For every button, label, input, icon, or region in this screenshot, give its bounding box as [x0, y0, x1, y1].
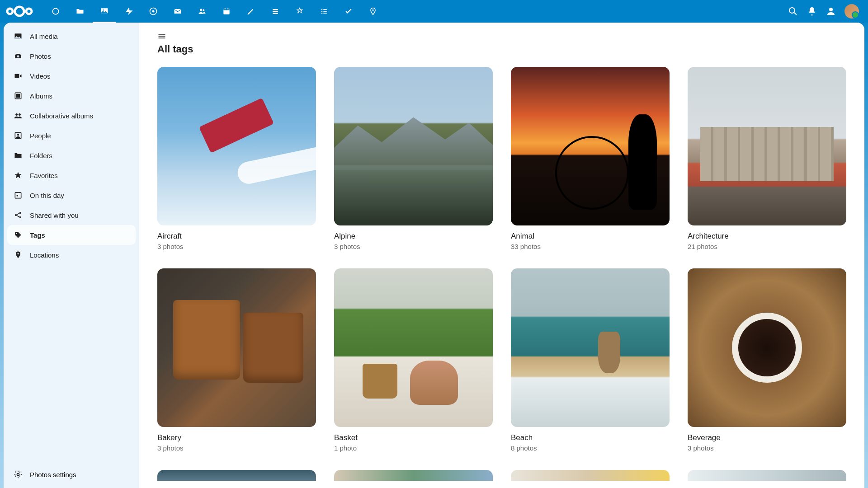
svg-rect-38 — [17, 195, 18, 196]
svg-point-24 — [372, 9, 373, 11]
tag-card-partial[interactable] — [511, 470, 670, 487]
tag-card-beach[interactable]: Beach 8 photos — [511, 268, 670, 452]
svg-point-2 — [26, 9, 32, 14]
sidebar-item-collab-albums[interactable]: Collaborative albums — [7, 106, 136, 126]
svg-rect-47 — [159, 38, 165, 38]
app-mail-icon[interactable] — [166, 0, 189, 23]
sidebar-item-on-this-day[interactable]: On this day — [7, 185, 136, 205]
sidebar-item-photos[interactable]: Photos — [7, 46, 136, 66]
topbar-left-group — [5, 0, 384, 23]
sidebar-item-label: Favorites — [30, 172, 58, 179]
tag-title: Animal — [511, 232, 670, 241]
svg-point-20 — [321, 11, 323, 12]
contacts-menu-icon[interactable] — [826, 6, 836, 17]
app-tasks-icon[interactable] — [337, 0, 360, 23]
sidebar-item-shared[interactable]: Shared with you — [7, 205, 136, 225]
tag-card-partial[interactable] — [157, 470, 316, 487]
sidebar-item-label: Albums — [30, 92, 52, 100]
group-icon — [14, 111, 23, 120]
svg-point-0 — [15, 7, 24, 16]
app-activity-icon[interactable] — [118, 0, 140, 23]
tag-count: 21 photos — [688, 243, 846, 250]
tag-count: 3 photos — [688, 444, 846, 452]
app-calendar-icon[interactable] — [215, 0, 238, 23]
svg-rect-16 — [273, 11, 278, 12]
search-icon[interactable] — [788, 6, 798, 17]
svg-point-5 — [103, 9, 104, 10]
svg-point-36 — [17, 134, 19, 136]
sidebar-settings[interactable]: Photos settings — [7, 465, 136, 484]
sidebar-item-locations[interactable]: Locations — [7, 245, 136, 265]
svg-rect-19 — [323, 9, 327, 10]
sidebar-item-label: Tags — [30, 231, 45, 239]
svg-rect-21 — [323, 11, 327, 12]
tag-card-beverage[interactable]: Beverage 3 photos — [688, 268, 846, 452]
svg-rect-12 — [223, 9, 229, 10]
sidebar-item-label: Folders — [30, 152, 52, 160]
svg-point-25 — [789, 8, 795, 13]
tag-thumbnail — [688, 67, 846, 225]
sidebar-item-label: All media — [30, 33, 58, 40]
app-list-icon[interactable] — [313, 0, 335, 23]
sidebar-item-favorites[interactable]: Favorites — [7, 165, 136, 185]
sidebar-item-label: Shared with you — [30, 211, 79, 219]
toggle-sidebar-icon[interactable] — [157, 32, 166, 41]
svg-rect-32 — [16, 94, 20, 98]
calendar-day-icon — [14, 191, 23, 200]
tag-count: 3 photos — [157, 444, 316, 452]
sidebar-item-tags[interactable]: Tags — [7, 225, 136, 245]
svg-point-1 — [7, 9, 13, 14]
svg-point-9 — [200, 9, 202, 11]
sidebar-item-label: Locations — [30, 251, 59, 259]
app-deck-icon[interactable] — [264, 0, 287, 23]
sidebar-item-label: On this day — [30, 192, 64, 199]
svg-point-44 — [17, 474, 19, 476]
tag-thumbnail — [511, 67, 670, 225]
tag-title: Aircraft — [157, 232, 316, 241]
sidebar-item-videos[interactable]: Videos — [7, 66, 136, 86]
svg-rect-23 — [323, 13, 327, 14]
sidebar-item-albums[interactable]: Albums — [7, 86, 136, 106]
svg-point-7 — [152, 10, 155, 13]
sidebar-item-people[interactable]: People — [7, 126, 136, 145]
svg-point-26 — [811, 14, 813, 16]
tag-title: Beverage — [688, 433, 846, 442]
tag-card-alpine[interactable]: Alpine 3 photos — [334, 67, 493, 250]
tag-card-architecture[interactable]: Architecture 21 photos — [688, 67, 846, 250]
tag-thumbnail — [511, 268, 670, 427]
tag-card-animal[interactable]: Animal 33 photos — [511, 67, 670, 250]
tag-thumbnail — [334, 470, 493, 481]
sidebar-item-label: People — [30, 132, 51, 140]
sidebar-item-all-media[interactable]: All media — [7, 26, 136, 46]
tag-card-partial[interactable] — [688, 470, 846, 487]
star-icon — [14, 171, 23, 180]
top-navigation-bar — [0, 0, 868, 23]
tag-title: Architecture — [688, 232, 846, 241]
tag-card-bakery[interactable]: Bakery 3 photos — [157, 268, 316, 452]
notifications-icon[interactable] — [807, 6, 817, 17]
svg-rect-46 — [159, 36, 165, 37]
app-photos-icon[interactable] — [93, 0, 116, 23]
app-maps-icon[interactable] — [362, 0, 384, 23]
user-avatar[interactable] — [844, 4, 859, 19]
app-talk-icon[interactable] — [142, 0, 165, 23]
svg-rect-8 — [175, 9, 181, 14]
app-notes-icon[interactable] — [240, 0, 262, 23]
app-upgrade-icon[interactable] — [288, 0, 311, 23]
app-files-icon[interactable] — [69, 0, 91, 23]
tags-grid: Aircraft 3 photos Alpine 3 photos Animal… — [157, 67, 846, 487]
share-icon — [14, 211, 23, 220]
app-dashboard-icon[interactable] — [44, 0, 67, 23]
svg-rect-45 — [159, 34, 165, 35]
tag-thumbnail — [157, 67, 316, 225]
nextcloud-logo[interactable] — [5, 4, 33, 19]
sidebar-item-folders[interactable]: Folders — [7, 145, 136, 165]
tag-card-basket[interactable]: Basket 1 photo — [334, 268, 493, 452]
svg-point-27 — [829, 8, 833, 11]
app-contacts-icon[interactable] — [191, 0, 213, 23]
topbar-right-group — [788, 4, 859, 19]
app-container: All media Photos Videos Albums Collabora… — [4, 23, 864, 488]
svg-rect-30 — [15, 74, 19, 78]
tag-card-aircraft[interactable]: Aircraft 3 photos — [157, 67, 316, 250]
tag-card-partial[interactable] — [334, 470, 493, 487]
